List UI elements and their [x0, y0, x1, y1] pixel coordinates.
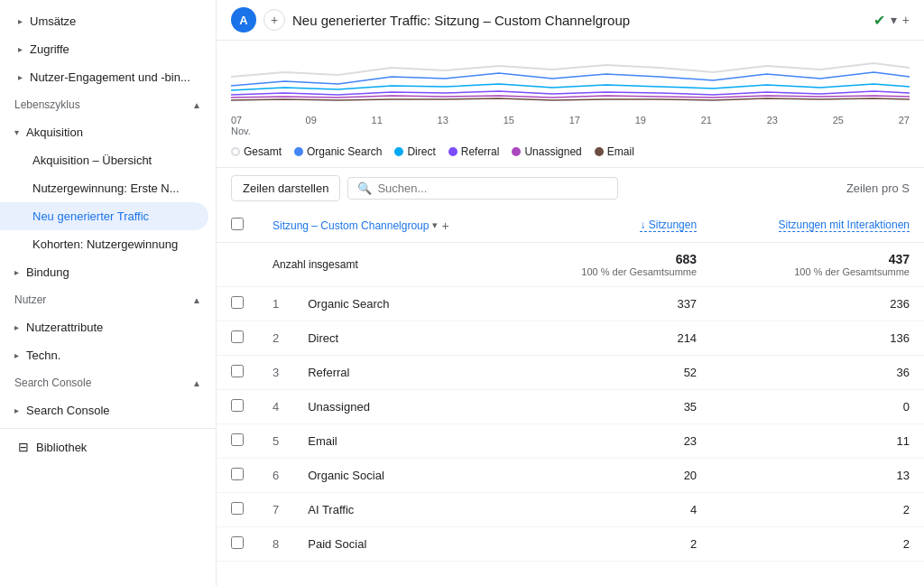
sidebar-item-label: Kohorten: Nutzergewinnung: [32, 237, 178, 251]
table-row: 7 AI Traffic 4 2: [217, 493, 924, 527]
add-dimension-button[interactable]: +: [441, 219, 448, 233]
row-checkbox-cell[interactable]: [217, 287, 258, 321]
legend-referral: Referral: [448, 145, 500, 158]
add-button[interactable]: +: [902, 13, 910, 27]
rows-darstellen-button[interactable]: Zeilen darstellen: [231, 175, 340, 201]
sidebar-item-zugriffe[interactable]: ▸ Zugriffe: [0, 35, 208, 63]
data-table: Sitzung – Custom Channelgroup ▾ + ↓ Sitz…: [217, 209, 924, 562]
summary-check: [217, 243, 258, 287]
select-all-header[interactable]: [217, 209, 258, 243]
row-checkbox[interactable]: [231, 399, 244, 412]
row-sitzungen: 337: [520, 287, 711, 321]
summary-row: Anzahl insgesamt 683 100 % der Gesamtsum…: [217, 243, 924, 287]
chart-svg: [231, 41, 910, 113]
select-all-checkbox[interactable]: [231, 218, 244, 230]
row-checkbox-cell[interactable]: [217, 527, 258, 562]
sidebar-item-label: Neu generierter Traffic: [32, 209, 149, 223]
x-label: 13: [438, 115, 448, 136]
chart-legend: Gesamt Organic Search Direct Referral Un…: [231, 140, 910, 167]
table-row: 3 Referral 52 36: [217, 356, 924, 390]
sidebar-item-nutzergewinnung[interactable]: Nutzergewinnung: Erste N...: [0, 174, 208, 202]
row-number: 2: [258, 321, 293, 356]
sidebar-item-label: Akquisition – Übersicht: [32, 153, 152, 167]
section-label: Lebenszyklus: [14, 98, 80, 111]
row-checkbox-cell[interactable]: [217, 424, 258, 459]
sidebar-item-techn[interactable]: ▸ Techn.: [0, 341, 208, 369]
search-box: 🔍: [347, 177, 618, 200]
expand-icon: ▸: [14, 350, 19, 360]
sidebar-item-label: Umsätze: [30, 14, 76, 28]
interaktionen-column-header[interactable]: Sitzungen mit Interaktionen: [711, 209, 924, 243]
x-label: 07Nov.: [231, 115, 251, 136]
row-sitzungen: 35: [520, 390, 711, 424]
sidebar-divider: [0, 428, 216, 429]
sidebar-item-kohorten[interactable]: Kohorten: Nutzergewinnung: [0, 230, 208, 258]
sidebar-item-search-console[interactable]: ▸ Search Console: [0, 396, 208, 424]
add-report-button[interactable]: +: [263, 9, 285, 31]
table-row: 4 Unassigned 35 0: [217, 390, 924, 424]
legend-label: Email: [607, 145, 634, 158]
row-channel: Unassigned: [293, 390, 519, 424]
sidebar-item-neu-generierter-traffic[interactable]: Neu generierter Traffic: [0, 202, 208, 230]
chevron-up-icon: ▲: [192, 378, 201, 388]
page-header: A + Neu generierter Traffic: Sitzung – C…: [217, 0, 924, 41]
expand-icon: ▸: [14, 267, 19, 277]
row-number: 3: [258, 356, 293, 390]
sidebar-item-nutzer-engagement[interactable]: ▸ Nutzer-Engagement und -bin...: [0, 63, 208, 91]
x-label: 17: [569, 115, 580, 136]
row-checkbox-cell[interactable]: [217, 493, 258, 527]
row-checkbox[interactable]: [231, 502, 244, 515]
row-sitzungen: 4: [520, 493, 711, 527]
legend-color: [512, 147, 521, 156]
sidebar-item-akquisition[interactable]: ▾ Akquisition: [0, 118, 208, 146]
legend-unassigned: Unassigned: [512, 145, 581, 158]
row-checkbox[interactable]: [231, 330, 244, 343]
x-label: 27: [899, 115, 910, 136]
legend-label: Direct: [407, 145, 435, 158]
section-lebenszyklus[interactable]: Lebenszyklus ▲: [0, 91, 216, 118]
x-label: 15: [504, 115, 514, 136]
filter-icon[interactable]: ▾: [432, 219, 438, 231]
row-number: 7: [258, 493, 293, 527]
legend-email: Email: [595, 145, 634, 158]
row-interaktionen: 236: [711, 287, 924, 321]
section-search-console[interactable]: Search Console ▲: [0, 369, 216, 396]
row-checkbox[interactable]: [231, 365, 244, 377]
row-checkbox-cell[interactable]: [217, 390, 258, 424]
legend-label: Gesamt: [244, 145, 282, 158]
sidebar-item-bindung[interactable]: ▸ Bindung: [0, 258, 208, 286]
row-checkbox[interactable]: [231, 296, 244, 309]
search-input[interactable]: [377, 181, 608, 195]
row-checkbox-cell[interactable]: [217, 356, 258, 390]
row-interaktionen: 0: [711, 390, 924, 424]
section-nutzer[interactable]: Nutzer ▲: [0, 286, 216, 313]
sidebar-item-label: Akquisition: [26, 126, 83, 139]
sidebar-item-umsaetze[interactable]: ▸ Umsätze: [0, 7, 208, 35]
channel-header-label: Sitzung – Custom Channelgroup: [273, 219, 429, 232]
legend-gesamt: Gesamt: [231, 145, 282, 158]
sidebar-item-label: Nutzergewinnung: Erste N...: [32, 181, 180, 195]
legend-organic-search: Organic Search: [294, 145, 382, 158]
row-checkbox[interactable]: [231, 468, 244, 480]
sidebar-item-label: Search Console: [26, 404, 110, 417]
row-interaktionen: 13: [711, 459, 924, 493]
row-checkbox[interactable]: [231, 433, 244, 446]
sidebar-item-akquisition-uebersicht[interactable]: Akquisition – Übersicht: [0, 146, 208, 174]
row-checkbox[interactable]: [231, 536, 244, 549]
verified-icon: ✔: [873, 12, 885, 29]
sidebar-item-bibliothek[interactable]: ⊟ Bibliothek: [0, 433, 208, 461]
row-channel: Email: [293, 424, 519, 459]
summary-sitzungen: 683 100 % der Gesamtsumme: [520, 243, 711, 287]
x-label: 09: [306, 115, 317, 136]
dropdown-button[interactable]: ▾: [891, 13, 897, 27]
row-interaktionen: 36: [711, 356, 924, 390]
collapse-icon: ▾: [14, 127, 19, 137]
row-checkbox-cell[interactable]: [217, 459, 258, 493]
sidebar-item-nutzerattribute[interactable]: ▸ Nutzerattribute: [0, 313, 208, 341]
row-channel: AI Traffic: [293, 493, 519, 527]
row-sitzungen: 52: [520, 356, 711, 390]
legend-color: [448, 147, 457, 156]
sitzungen-column-header[interactable]: ↓ Sitzungen: [520, 209, 711, 243]
row-checkbox-cell[interactable]: [217, 321, 258, 356]
title-actions: ✔ ▾ +: [873, 12, 910, 29]
